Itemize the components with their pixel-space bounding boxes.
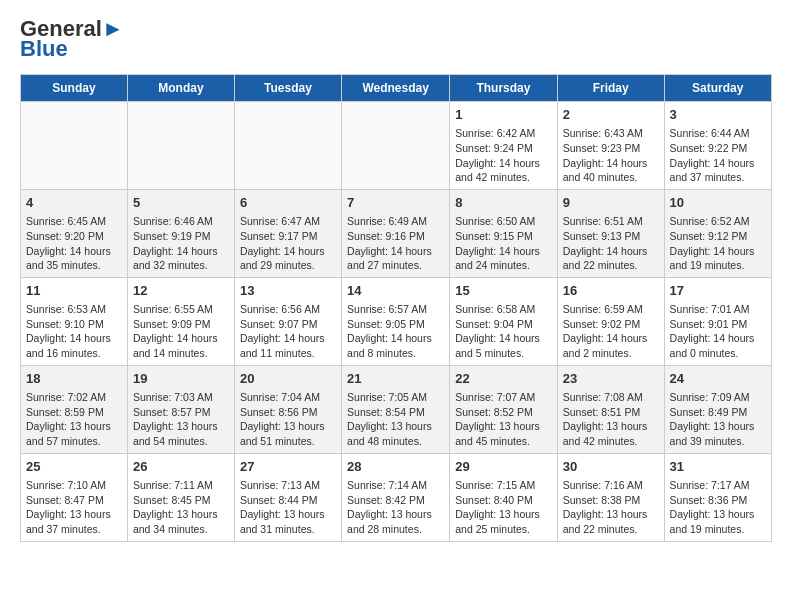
day-info: Sunrise: 7:03 AM Sunset: 8:57 PM Dayligh… — [133, 390, 229, 449]
day-number: 29 — [455, 458, 551, 476]
day-number: 28 — [347, 458, 444, 476]
day-info: Sunrise: 7:04 AM Sunset: 8:56 PM Dayligh… — [240, 390, 336, 449]
day-info: Sunrise: 6:47 AM Sunset: 9:17 PM Dayligh… — [240, 214, 336, 273]
day-info: Sunrise: 7:14 AM Sunset: 8:42 PM Dayligh… — [347, 478, 444, 537]
week-row-1: 1Sunrise: 6:42 AM Sunset: 9:24 PM Daylig… — [21, 102, 772, 190]
day-info: Sunrise: 7:07 AM Sunset: 8:52 PM Dayligh… — [455, 390, 551, 449]
calendar-cell: 21Sunrise: 7:05 AM Sunset: 8:54 PM Dayli… — [342, 365, 450, 453]
calendar-cell: 10Sunrise: 6:52 AM Sunset: 9:12 PM Dayli… — [664, 189, 771, 277]
day-info: Sunrise: 6:53 AM Sunset: 9:10 PM Dayligh… — [26, 302, 122, 361]
col-header-sunday: Sunday — [21, 75, 128, 102]
day-info: Sunrise: 6:58 AM Sunset: 9:04 PM Dayligh… — [455, 302, 551, 361]
day-info: Sunrise: 6:44 AM Sunset: 9:22 PM Dayligh… — [670, 126, 766, 185]
day-number: 24 — [670, 370, 766, 388]
day-number: 6 — [240, 194, 336, 212]
calendar-cell: 9Sunrise: 6:51 AM Sunset: 9:13 PM Daylig… — [557, 189, 664, 277]
week-row-2: 4Sunrise: 6:45 AM Sunset: 9:20 PM Daylig… — [21, 189, 772, 277]
day-number: 11 — [26, 282, 122, 300]
day-number: 8 — [455, 194, 551, 212]
calendar-cell: 2Sunrise: 6:43 AM Sunset: 9:23 PM Daylig… — [557, 102, 664, 190]
day-info: Sunrise: 6:49 AM Sunset: 9:16 PM Dayligh… — [347, 214, 444, 273]
col-header-friday: Friday — [557, 75, 664, 102]
calendar-cell: 7Sunrise: 6:49 AM Sunset: 9:16 PM Daylig… — [342, 189, 450, 277]
calendar-cell: 5Sunrise: 6:46 AM Sunset: 9:19 PM Daylig… — [127, 189, 234, 277]
calendar-table: SundayMondayTuesdayWednesdayThursdayFrid… — [20, 74, 772, 542]
day-info: Sunrise: 6:52 AM Sunset: 9:12 PM Dayligh… — [670, 214, 766, 273]
day-info: Sunrise: 7:15 AM Sunset: 8:40 PM Dayligh… — [455, 478, 551, 537]
day-number: 12 — [133, 282, 229, 300]
day-info: Sunrise: 7:05 AM Sunset: 8:54 PM Dayligh… — [347, 390, 444, 449]
calendar-cell — [234, 102, 341, 190]
col-header-saturday: Saturday — [664, 75, 771, 102]
day-info: Sunrise: 7:02 AM Sunset: 8:59 PM Dayligh… — [26, 390, 122, 449]
calendar-cell: 24Sunrise: 7:09 AM Sunset: 8:49 PM Dayli… — [664, 365, 771, 453]
day-number: 23 — [563, 370, 659, 388]
col-header-wednesday: Wednesday — [342, 75, 450, 102]
calendar-cell — [21, 102, 128, 190]
calendar-cell: 25Sunrise: 7:10 AM Sunset: 8:47 PM Dayli… — [21, 453, 128, 541]
col-header-tuesday: Tuesday — [234, 75, 341, 102]
calendar-cell: 29Sunrise: 7:15 AM Sunset: 8:40 PM Dayli… — [450, 453, 557, 541]
calendar-cell: 28Sunrise: 7:14 AM Sunset: 8:42 PM Dayli… — [342, 453, 450, 541]
day-number: 27 — [240, 458, 336, 476]
day-number: 21 — [347, 370, 444, 388]
calendar-cell: 31Sunrise: 7:17 AM Sunset: 8:36 PM Dayli… — [664, 453, 771, 541]
day-info: Sunrise: 7:08 AM Sunset: 8:51 PM Dayligh… — [563, 390, 659, 449]
col-header-thursday: Thursday — [450, 75, 557, 102]
calendar-cell: 4Sunrise: 6:45 AM Sunset: 9:20 PM Daylig… — [21, 189, 128, 277]
calendar-cell: 6Sunrise: 6:47 AM Sunset: 9:17 PM Daylig… — [234, 189, 341, 277]
day-info: Sunrise: 6:43 AM Sunset: 9:23 PM Dayligh… — [563, 126, 659, 185]
day-number: 9 — [563, 194, 659, 212]
day-info: Sunrise: 7:01 AM Sunset: 9:01 PM Dayligh… — [670, 302, 766, 361]
day-info: Sunrise: 6:59 AM Sunset: 9:02 PM Dayligh… — [563, 302, 659, 361]
day-number: 7 — [347, 194, 444, 212]
day-number: 31 — [670, 458, 766, 476]
day-number: 2 — [563, 106, 659, 124]
calendar-cell — [342, 102, 450, 190]
day-number: 18 — [26, 370, 122, 388]
day-number: 14 — [347, 282, 444, 300]
day-number: 5 — [133, 194, 229, 212]
day-number: 17 — [670, 282, 766, 300]
calendar-cell — [127, 102, 234, 190]
day-info: Sunrise: 6:42 AM Sunset: 9:24 PM Dayligh… — [455, 126, 551, 185]
header: General ► Blue — [20, 16, 772, 62]
day-number: 3 — [670, 106, 766, 124]
calendar-cell: 8Sunrise: 6:50 AM Sunset: 9:15 PM Daylig… — [450, 189, 557, 277]
calendar-cell: 26Sunrise: 7:11 AM Sunset: 8:45 PM Dayli… — [127, 453, 234, 541]
calendar-cell: 23Sunrise: 7:08 AM Sunset: 8:51 PM Dayli… — [557, 365, 664, 453]
calendar-cell: 18Sunrise: 7:02 AM Sunset: 8:59 PM Dayli… — [21, 365, 128, 453]
calendar-cell: 3Sunrise: 6:44 AM Sunset: 9:22 PM Daylig… — [664, 102, 771, 190]
calendar-cell: 27Sunrise: 7:13 AM Sunset: 8:44 PM Dayli… — [234, 453, 341, 541]
day-number: 1 — [455, 106, 551, 124]
calendar-cell: 16Sunrise: 6:59 AM Sunset: 9:02 PM Dayli… — [557, 277, 664, 365]
week-row-5: 25Sunrise: 7:10 AM Sunset: 8:47 PM Dayli… — [21, 453, 772, 541]
week-row-4: 18Sunrise: 7:02 AM Sunset: 8:59 PM Dayli… — [21, 365, 772, 453]
day-info: Sunrise: 6:55 AM Sunset: 9:09 PM Dayligh… — [133, 302, 229, 361]
day-number: 4 — [26, 194, 122, 212]
calendar-cell: 17Sunrise: 7:01 AM Sunset: 9:01 PM Dayli… — [664, 277, 771, 365]
calendar-cell: 14Sunrise: 6:57 AM Sunset: 9:05 PM Dayli… — [342, 277, 450, 365]
day-number: 26 — [133, 458, 229, 476]
day-info: Sunrise: 6:45 AM Sunset: 9:20 PM Dayligh… — [26, 214, 122, 273]
day-info: Sunrise: 7:16 AM Sunset: 8:38 PM Dayligh… — [563, 478, 659, 537]
day-number: 15 — [455, 282, 551, 300]
day-info: Sunrise: 6:51 AM Sunset: 9:13 PM Dayligh… — [563, 214, 659, 273]
calendar-cell: 12Sunrise: 6:55 AM Sunset: 9:09 PM Dayli… — [127, 277, 234, 365]
day-number: 13 — [240, 282, 336, 300]
day-info: Sunrise: 6:56 AM Sunset: 9:07 PM Dayligh… — [240, 302, 336, 361]
day-info: Sunrise: 7:17 AM Sunset: 8:36 PM Dayligh… — [670, 478, 766, 537]
day-info: Sunrise: 6:46 AM Sunset: 9:19 PM Dayligh… — [133, 214, 229, 273]
col-header-monday: Monday — [127, 75, 234, 102]
day-number: 10 — [670, 194, 766, 212]
calendar-cell: 13Sunrise: 6:56 AM Sunset: 9:07 PM Dayli… — [234, 277, 341, 365]
calendar-cell: 15Sunrise: 6:58 AM Sunset: 9:04 PM Dayli… — [450, 277, 557, 365]
logo: General ► Blue — [20, 16, 124, 62]
calendar-cell: 1Sunrise: 6:42 AM Sunset: 9:24 PM Daylig… — [450, 102, 557, 190]
calendar-header-row: SundayMondayTuesdayWednesdayThursdayFrid… — [21, 75, 772, 102]
day-info: Sunrise: 6:50 AM Sunset: 9:15 PM Dayligh… — [455, 214, 551, 273]
day-number: 22 — [455, 370, 551, 388]
day-info: Sunrise: 6:57 AM Sunset: 9:05 PM Dayligh… — [347, 302, 444, 361]
logo-blue-text: Blue — [20, 36, 68, 62]
day-info: Sunrise: 7:09 AM Sunset: 8:49 PM Dayligh… — [670, 390, 766, 449]
